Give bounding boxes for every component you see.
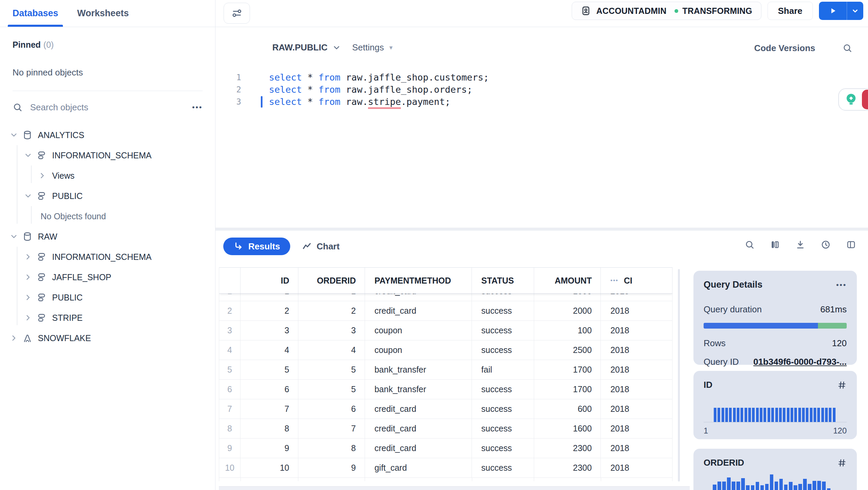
chevron-down-icon[interactable] <box>9 131 18 139</box>
row-number[interactable]: 6 <box>219 380 241 399</box>
row-number[interactable]: 2 <box>219 301 241 320</box>
sidebar-item-jaffle-shop[interactable]: JAFFLE_SHOP <box>0 267 215 287</box>
table-cell[interactable]: fail <box>472 360 534 379</box>
search-options-menu-icon[interactable]: ••• <box>192 103 203 111</box>
search-icon[interactable] <box>745 240 755 250</box>
context-selector-button[interactable]: ACCOUNTADMIN TRANSFORMING <box>572 2 761 20</box>
history-icon[interactable] <box>821 240 831 250</box>
table-cell[interactable]: 2018 <box>601 439 672 458</box>
sidebar-item-raw[interactable]: RAW <box>0 226 215 247</box>
run-button[interactable] <box>819 2 847 20</box>
table-cell[interactable]: success <box>472 340 534 360</box>
table-cell[interactable]: 9 <box>298 458 365 477</box>
table-cell[interactable]: 600 <box>534 399 601 419</box>
chevron-right-icon[interactable] <box>9 334 18 342</box>
table-cell[interactable]: 6 <box>241 380 298 399</box>
table-cell[interactable]: 2018 <box>601 399 672 419</box>
row-number[interactable]: 8 <box>219 419 241 438</box>
table-cell[interactable]: 1700 <box>534 360 601 379</box>
table-cell[interactable]: success <box>472 439 534 458</box>
id-histogram[interactable]: 1 120 <box>704 400 847 433</box>
table-cell[interactable]: credit_card <box>365 399 472 419</box>
row-number[interactable]: 3 <box>219 321 241 340</box>
tab-results[interactable]: Results <box>223 238 290 255</box>
table-cell[interactable]: 2018 <box>601 340 672 360</box>
table-horizontal-scrollbar[interactable] <box>219 486 690 490</box>
column-header-id[interactable]: ID <box>241 268 298 293</box>
code-versions-button[interactable]: Code Versions <box>754 43 815 53</box>
code-line-1[interactable]: select * from raw.jaffle_shop.customers; <box>269 71 489 84</box>
tab-databases[interactable]: Databases <box>13 0 58 27</box>
row-number[interactable]: 10 <box>219 458 241 477</box>
table-cell[interactable]: bank_transfer <box>365 380 472 399</box>
table-cell[interactable]: 2300 <box>534 439 601 458</box>
column-header-orderid[interactable]: ORDERID <box>298 268 365 293</box>
table-cell[interactable]: 2018 <box>601 380 672 399</box>
table-cell[interactable]: coupon <box>365 321 472 340</box>
chevron-right-icon[interactable] <box>24 313 32 322</box>
table-cell[interactable]: 3 <box>298 321 365 340</box>
download-icon[interactable] <box>795 240 805 250</box>
table-cell[interactable]: 7 <box>298 419 365 438</box>
hash-icon[interactable] <box>837 380 847 390</box>
run-options-button[interactable] <box>847 2 863 20</box>
table-cell[interactable]: 8 <box>241 419 298 438</box>
column-header-status[interactable]: STATUS <box>472 268 534 293</box>
table-cell[interactable]: 2018 <box>601 301 672 320</box>
code-area[interactable]: select * from raw.jaffle_shop.customers;… <box>269 71 489 108</box>
table-cell[interactable]: 2300 <box>534 458 601 477</box>
table-cell[interactable]: success <box>472 458 534 477</box>
column-header-amount[interactable]: AMOUNT <box>534 268 601 293</box>
table-cell[interactable]: 100 <box>534 321 601 340</box>
table-cell[interactable]: 1700 <box>534 380 601 399</box>
query-id-link[interactable]: 01b349f6-0000-d793-... <box>753 357 847 367</box>
table-cell[interactable]: 1600 <box>534 419 601 438</box>
share-button[interactable]: Share <box>768 2 813 20</box>
table-cell[interactable]: success <box>472 399 534 419</box>
table-cell[interactable]: success <box>472 301 534 320</box>
tab-worksheets[interactable]: Worksheets <box>77 0 129 27</box>
chevron-right-icon[interactable] <box>24 273 32 282</box>
table-cell[interactable]: 2 <box>298 301 365 320</box>
table-vertical-scrollbar[interactable] <box>678 269 680 482</box>
hash-icon[interactable] <box>837 458 847 468</box>
table-cell[interactable]: 8 <box>298 439 365 458</box>
copilot-suggestion-pill[interactable]: 1 <box>838 88 868 111</box>
editor-context-selector[interactable]: RAW.PUBLIC <box>272 42 341 53</box>
sidebar-item-public[interactable]: PUBLIC <box>0 186 215 206</box>
table-cell[interactable]: success <box>472 380 534 399</box>
row-number[interactable]: 7 <box>219 399 241 419</box>
row-number[interactable]: 5 <box>219 360 241 379</box>
table-cell[interactable]: success <box>472 321 534 340</box>
table-cell[interactable]: credit_card <box>365 301 472 320</box>
table-cell[interactable]: 2000 <box>534 301 601 320</box>
table-cell[interactable]: gift_card <box>365 458 472 477</box>
table-body-viewport[interactable]: 111credit_cardsuccess10002018222credit_c… <box>219 294 672 481</box>
table-cell[interactable]: 5 <box>241 360 298 379</box>
search-objects-input[interactable] <box>30 102 192 113</box>
editor-search-icon[interactable] <box>842 43 852 53</box>
table-cell[interactable]: 2018 <box>601 294 672 301</box>
column-overflow-menu-icon[interactable]: ••• <box>610 277 618 284</box>
column-header-paymentmethod[interactable]: PAYMENTMETHOD <box>365 268 472 293</box>
editor-settings-dropdown[interactable]: Settings ▾ <box>352 42 393 53</box>
split-panel-icon[interactable] <box>846 240 856 250</box>
table-cell[interactable]: 2 <box>241 301 298 320</box>
table-cell[interactable]: success <box>472 294 534 301</box>
table-cell[interactable]: 4 <box>241 340 298 360</box>
query-details-menu-icon[interactable]: ••• <box>836 281 847 289</box>
table-cell[interactable]: 2018 <box>601 458 672 477</box>
sidebar-item-public[interactable]: PUBLIC <box>0 287 215 308</box>
chevron-down-icon[interactable] <box>24 192 32 200</box>
chevron-down-icon[interactable] <box>9 232 18 241</box>
worksheet-options-button[interactable] <box>224 3 250 24</box>
table-cell[interactable]: 1 <box>241 294 298 301</box>
table-cell[interactable]: success <box>472 419 534 438</box>
sidebar-item-analytics[interactable]: ANALYTICS <box>0 125 215 145</box>
table-cell[interactable]: 5 <box>298 360 365 379</box>
editor-results-divider[interactable] <box>215 228 868 230</box>
column-header-overflow[interactable]: •••CI <box>601 268 672 293</box>
table-cell[interactable]: 4 <box>298 340 365 360</box>
columns-icon[interactable] <box>770 240 780 250</box>
table-cell[interactable]: credit_card <box>365 294 472 301</box>
